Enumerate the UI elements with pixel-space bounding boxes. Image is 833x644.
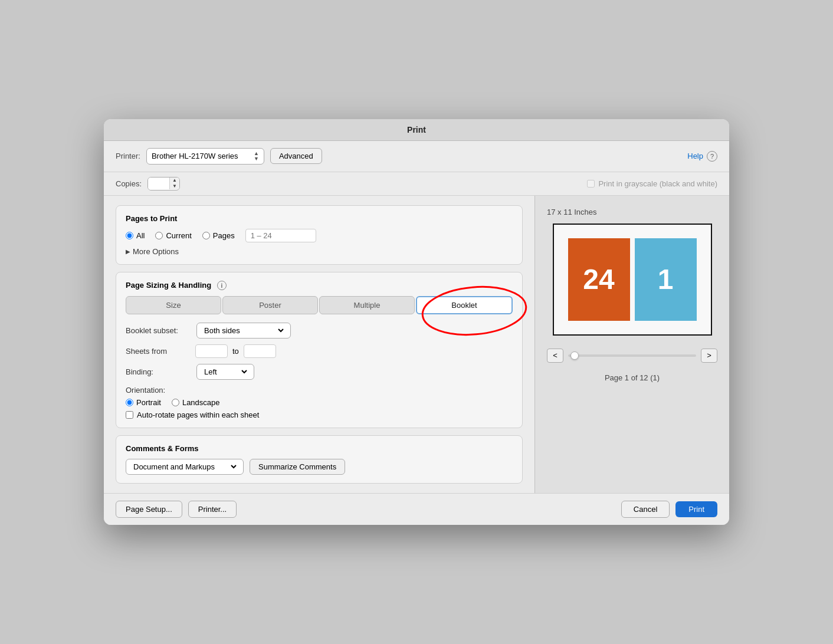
copies-decrement[interactable]: ▼ [170, 183, 179, 189]
print-button[interactable]: Print [675, 501, 717, 517]
booklet-subset-row: Booklet subset: Both sides Front side on… [126, 323, 513, 339]
slider-thumb [570, 351, 579, 360]
help-link[interactable]: Help ? [687, 151, 717, 162]
printer-label: Printer: [116, 152, 140, 160]
comments-section-title: Comments & Forms [126, 444, 513, 453]
binding-select[interactable]: Left Right [202, 367, 249, 377]
copies-bar: Copies: 1 ▲ ▼ Print in grayscale (black … [104, 172, 729, 196]
auto-rotate-row[interactable]: Auto-rotate pages within each sheet [126, 410, 513, 419]
tab-multiple[interactable]: Multiple [319, 296, 415, 314]
grayscale-label[interactable]: Print in grayscale (black and white) [587, 179, 717, 188]
booklet-subset-select[interactable]: Both sides Front side only Back side onl… [202, 326, 286, 336]
printer-button[interactable]: Printer... [188, 501, 237, 518]
more-options-triangle: ▶ [126, 248, 130, 255]
copies-increment[interactable]: ▲ [170, 178, 179, 183]
summarize-button[interactable]: Summarize Comments [250, 459, 345, 475]
copies-input[interactable]: 1 [148, 178, 169, 190]
preview-size-label: 17 x 11 Inches [547, 208, 597, 216]
pages-row: All Current Pages [126, 229, 513, 242]
sheets-to-input[interactable]: 6 [244, 344, 276, 358]
pages-radio-label[interactable]: Pages [202, 231, 235, 240]
tab-bar: Size Poster Multiple Booklet [126, 296, 513, 314]
auto-rotate-label: Auto-rotate pages within each sheet [137, 410, 259, 419]
booklet-subset-select-wrap[interactable]: Both sides Front side only Back side onl… [196, 323, 291, 339]
copies-input-wrap: 1 ▲ ▼ [147, 177, 180, 190]
dialog-title: Print [407, 125, 426, 134]
main-content: Pages to Print All Current Pages [104, 196, 729, 494]
pages-radio[interactable] [202, 232, 210, 239]
all-radio-label[interactable]: All [126, 231, 145, 240]
sheets-to-label: to [232, 347, 239, 356]
pages-label: Pages [213, 231, 235, 240]
comments-select-wrap[interactable]: Document and Markups Document Form Field… [126, 459, 244, 475]
title-bar: Print [104, 119, 729, 141]
help-icon: ? [707, 151, 717, 162]
tab-bar-wrap: Size Poster Multiple Booklet [126, 296, 513, 314]
left-panel: Pages to Print All Current Pages [104, 196, 534, 494]
prev-page-button[interactable]: < [547, 349, 563, 363]
current-label: Current [166, 231, 191, 240]
preview-page-right: 1 [635, 238, 697, 321]
sheets-from-input[interactable]: 1 [195, 344, 228, 358]
comments-section: Comments & Forms Document and Markups Do… [116, 435, 523, 484]
next-page-button[interactable]: > [701, 349, 717, 363]
current-radio-label[interactable]: Current [155, 231, 191, 240]
right-panel: 17 x 11 Inches 24 1 < > Page 1 of 12 (1) [534, 196, 729, 494]
binding-select-wrap[interactable]: Left Right [196, 364, 254, 380]
info-icon: i [217, 281, 227, 290]
tab-size[interactable]: Size [126, 296, 221, 314]
sizing-section-title: Page Sizing & Handling i [126, 281, 513, 291]
auto-rotate-checkbox[interactable] [126, 411, 133, 419]
preview-page-left: 24 [568, 238, 630, 321]
all-label: All [136, 231, 145, 240]
advanced-button[interactable]: Advanced [270, 148, 322, 164]
copies-stepper: ▲ ▼ [169, 178, 179, 189]
page-slider[interactable] [568, 354, 696, 357]
printer-select[interactable]: Brother HL-2170W series ▲▼ [146, 148, 264, 165]
comments-row: Document and Markups Document Form Field… [126, 459, 513, 475]
portrait-radio[interactable] [126, 399, 133, 406]
printer-stepper[interactable]: ▲▼ [254, 151, 259, 162]
orientation-label: Orientation: [126, 386, 513, 395]
preview-nav-row: < > [547, 349, 717, 363]
portrait-radio-label[interactable]: Portrait [126, 398, 161, 407]
copies-label: Copies: [116, 179, 142, 188]
page-info: Page 1 of 12 (1) [605, 373, 660, 382]
help-label: Help [687, 152, 703, 160]
binding-row: Binding: Left Right [126, 364, 513, 380]
top-bar: Printer: Brother HL-2170W series ▲▼ Adva… [104, 141, 729, 172]
orientation-section: Orientation: Portrait Landscape [126, 386, 513, 419]
pages-section-title: Pages to Print [126, 214, 513, 223]
sheets-row: Sheets from 1 to 6 [126, 344, 513, 358]
orientation-row: Portrait Landscape [126, 398, 513, 407]
pages-range-input[interactable] [245, 229, 316, 242]
page-setup-button[interactable]: Page Setup... [116, 501, 182, 518]
preview-box: 24 1 [553, 224, 712, 336]
cancel-button[interactable]: Cancel [621, 501, 670, 518]
landscape-label: Landscape [182, 398, 220, 407]
landscape-radio[interactable] [172, 399, 179, 406]
print-dialog: Print Printer: Brother HL-2170W series ▲… [104, 119, 729, 525]
more-options-label: More Options [133, 247, 179, 256]
tab-poster[interactable]: Poster [222, 296, 318, 314]
all-radio[interactable] [126, 232, 133, 239]
more-options[interactable]: ▶ More Options [126, 247, 513, 256]
grayscale-checkbox[interactable] [587, 180, 595, 188]
pages-section: Pages to Print All Current Pages [116, 205, 523, 265]
comments-select[interactable]: Document and Markups Document Form Field… [131, 462, 238, 472]
bottom-bar: Page Setup... Printer... Cancel Print [104, 493, 729, 525]
portrait-label: Portrait [136, 398, 161, 407]
printer-select-value: Brother HL-2170W series [152, 152, 251, 160]
tab-booklet[interactable]: Booklet [416, 296, 513, 314]
sheets-from-label: Sheets from [126, 347, 191, 356]
landscape-radio-label[interactable]: Landscape [172, 398, 220, 407]
binding-label: Binding: [126, 367, 191, 376]
sizing-section: Page Sizing & Handling i Size Poster Mul… [116, 272, 523, 429]
booklet-subset-label: Booklet subset: [126, 326, 191, 335]
current-radio[interactable] [155, 232, 163, 239]
